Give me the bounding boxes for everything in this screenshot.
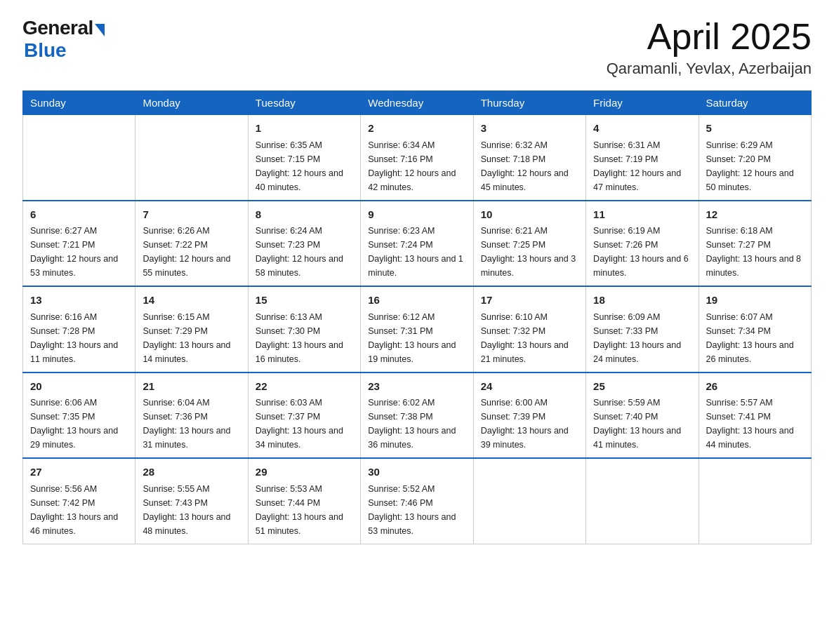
calendar-cell: 12Sunrise: 6:18 AMSunset: 7:27 PMDayligh… xyxy=(699,201,811,287)
day-number: 1 xyxy=(256,121,353,137)
calendar-cell: 28Sunrise: 5:55 AMSunset: 7:43 PMDayligh… xyxy=(135,458,248,544)
calendar-cell: 22Sunrise: 6:03 AMSunset: 7:37 PMDayligh… xyxy=(248,373,360,459)
day-number: 12 xyxy=(706,207,804,223)
day-info: Sunrise: 6:06 AMSunset: 7:35 PMDaylight:… xyxy=(30,396,128,452)
day-number: 27 xyxy=(30,464,128,481)
day-number: 6 xyxy=(30,207,128,223)
week-row-1: 1Sunrise: 6:35 AMSunset: 7:15 PMDaylight… xyxy=(23,115,812,201)
day-info: Sunrise: 6:34 AMSunset: 7:16 PMDaylight:… xyxy=(368,138,465,194)
day-info: Sunrise: 6:00 AMSunset: 7:39 PMDaylight:… xyxy=(481,396,578,452)
day-number: 29 xyxy=(256,464,353,481)
calendar-cell: 9Sunrise: 6:23 AMSunset: 7:24 PMDaylight… xyxy=(361,201,473,287)
day-info: Sunrise: 6:24 AMSunset: 7:23 PMDaylight:… xyxy=(256,224,353,280)
week-row-2: 6Sunrise: 6:27 AMSunset: 7:21 PMDaylight… xyxy=(23,201,812,287)
day-info: Sunrise: 6:10 AMSunset: 7:32 PMDaylight:… xyxy=(481,310,578,366)
day-info: Sunrise: 6:27 AMSunset: 7:21 PMDaylight:… xyxy=(30,224,128,280)
day-info: Sunrise: 6:35 AMSunset: 7:15 PMDaylight:… xyxy=(256,138,353,194)
calendar-cell: 24Sunrise: 6:00 AMSunset: 7:39 PMDayligh… xyxy=(473,373,585,459)
day-number: 24 xyxy=(481,379,578,395)
day-number: 10 xyxy=(481,207,578,223)
page-header: General Blue April 2025 Qaramanli, Yevla… xyxy=(22,17,812,78)
day-number: 13 xyxy=(30,293,128,309)
calendar-cell xyxy=(23,115,135,201)
day-info: Sunrise: 6:32 AMSunset: 7:18 PMDaylight:… xyxy=(481,138,578,194)
day-number: 25 xyxy=(593,379,691,395)
location-title: Qaramanli, Yevlax, Azerbaijan xyxy=(607,60,812,78)
day-number: 21 xyxy=(143,379,240,395)
calendar-cell: 13Sunrise: 6:16 AMSunset: 7:28 PMDayligh… xyxy=(23,286,135,373)
calendar-cell: 21Sunrise: 6:04 AMSunset: 7:36 PMDayligh… xyxy=(135,373,248,459)
day-info: Sunrise: 6:29 AMSunset: 7:20 PMDaylight:… xyxy=(706,138,804,194)
day-info: Sunrise: 6:26 AMSunset: 7:22 PMDaylight:… xyxy=(143,224,240,280)
day-info: Sunrise: 6:23 AMSunset: 7:24 PMDaylight:… xyxy=(368,224,465,280)
day-info: Sunrise: 5:59 AMSunset: 7:40 PMDaylight:… xyxy=(593,396,691,452)
calendar-cell: 7Sunrise: 6:26 AMSunset: 7:22 PMDaylight… xyxy=(135,201,248,287)
logo-arrow-icon xyxy=(95,24,105,36)
day-number: 30 xyxy=(368,464,465,481)
day-info: Sunrise: 5:53 AMSunset: 7:44 PMDaylight:… xyxy=(256,482,353,538)
day-number: 23 xyxy=(368,379,465,395)
day-info: Sunrise: 6:09 AMSunset: 7:33 PMDaylight:… xyxy=(593,310,691,366)
week-row-4: 20Sunrise: 6:06 AMSunset: 7:35 PMDayligh… xyxy=(23,373,812,459)
day-info: Sunrise: 6:21 AMSunset: 7:25 PMDaylight:… xyxy=(481,224,578,280)
day-info: Sunrise: 6:19 AMSunset: 7:26 PMDaylight:… xyxy=(593,224,691,280)
weekday-header-sunday: Sunday xyxy=(23,91,135,115)
day-info: Sunrise: 6:13 AMSunset: 7:30 PMDaylight:… xyxy=(256,310,353,366)
weekday-header-tuesday: Tuesday xyxy=(248,91,360,115)
weekday-header-wednesday: Wednesday xyxy=(361,91,473,115)
day-number: 20 xyxy=(30,379,128,395)
calendar-cell xyxy=(473,458,585,544)
calendar-cell: 20Sunrise: 6:06 AMSunset: 7:35 PMDayligh… xyxy=(23,373,135,459)
calendar-cell: 18Sunrise: 6:09 AMSunset: 7:33 PMDayligh… xyxy=(586,286,699,373)
calendar-cell: 26Sunrise: 5:57 AMSunset: 7:41 PMDayligh… xyxy=(699,373,811,459)
calendar-cell: 4Sunrise: 6:31 AMSunset: 7:19 PMDaylight… xyxy=(586,115,699,201)
calendar-cell: 2Sunrise: 6:34 AMSunset: 7:16 PMDaylight… xyxy=(361,115,473,201)
day-number: 8 xyxy=(256,207,353,223)
day-number: 18 xyxy=(593,293,691,309)
day-number: 3 xyxy=(481,121,578,137)
calendar-cell: 11Sunrise: 6:19 AMSunset: 7:26 PMDayligh… xyxy=(586,201,699,287)
month-title: April 2025 xyxy=(607,17,812,57)
calendar-cell: 16Sunrise: 6:12 AMSunset: 7:31 PMDayligh… xyxy=(361,286,473,373)
day-number: 28 xyxy=(143,464,240,481)
calendar-cell xyxy=(135,115,248,201)
logo-general-text: General xyxy=(22,17,93,39)
day-number: 16 xyxy=(368,293,465,309)
week-row-3: 13Sunrise: 6:16 AMSunset: 7:28 PMDayligh… xyxy=(23,286,812,373)
day-info: Sunrise: 6:15 AMSunset: 7:29 PMDaylight:… xyxy=(143,310,240,366)
day-number: 15 xyxy=(256,293,353,309)
day-number: 2 xyxy=(368,121,465,137)
day-number: 4 xyxy=(593,121,691,137)
day-number: 5 xyxy=(706,121,804,137)
day-number: 22 xyxy=(256,379,353,395)
weekday-header-monday: Monday xyxy=(135,91,248,115)
day-info: Sunrise: 6:12 AMSunset: 7:31 PMDaylight:… xyxy=(368,310,465,366)
day-info: Sunrise: 6:03 AMSunset: 7:37 PMDaylight:… xyxy=(256,396,353,452)
calendar-cell: 1Sunrise: 6:35 AMSunset: 7:15 PMDaylight… xyxy=(248,115,360,201)
calendar-table: SundayMondayTuesdayWednesdayThursdayFrid… xyxy=(22,90,812,544)
weekday-header-friday: Friday xyxy=(586,91,699,115)
calendar-cell xyxy=(699,458,811,544)
day-info: Sunrise: 6:16 AMSunset: 7:28 PMDaylight:… xyxy=(30,310,128,366)
calendar-cell: 30Sunrise: 5:52 AMSunset: 7:46 PMDayligh… xyxy=(361,458,473,544)
day-info: Sunrise: 6:04 AMSunset: 7:36 PMDaylight:… xyxy=(143,396,240,452)
day-info: Sunrise: 5:55 AMSunset: 7:43 PMDaylight:… xyxy=(143,482,240,538)
weekday-header-saturday: Saturday xyxy=(699,91,811,115)
weekday-header-thursday: Thursday xyxy=(473,91,585,115)
day-info: Sunrise: 6:18 AMSunset: 7:27 PMDaylight:… xyxy=(706,224,804,280)
calendar-cell: 6Sunrise: 6:27 AMSunset: 7:21 PMDaylight… xyxy=(23,201,135,287)
day-number: 11 xyxy=(593,207,691,223)
week-row-5: 27Sunrise: 5:56 AMSunset: 7:42 PMDayligh… xyxy=(23,458,812,544)
calendar-cell: 23Sunrise: 6:02 AMSunset: 7:38 PMDayligh… xyxy=(361,373,473,459)
day-number: 19 xyxy=(706,293,804,309)
calendar-cell: 19Sunrise: 6:07 AMSunset: 7:34 PMDayligh… xyxy=(699,286,811,373)
day-info: Sunrise: 6:07 AMSunset: 7:34 PMDaylight:… xyxy=(706,310,804,366)
day-info: Sunrise: 5:57 AMSunset: 7:41 PMDaylight:… xyxy=(706,396,804,452)
day-info: Sunrise: 5:52 AMSunset: 7:46 PMDaylight:… xyxy=(368,482,465,538)
day-number: 14 xyxy=(143,293,240,309)
calendar-cell: 15Sunrise: 6:13 AMSunset: 7:30 PMDayligh… xyxy=(248,286,360,373)
day-number: 7 xyxy=(143,207,240,223)
calendar-cell: 14Sunrise: 6:15 AMSunset: 7:29 PMDayligh… xyxy=(135,286,248,373)
logo-blue-text: Blue xyxy=(24,39,67,62)
calendar-cell: 17Sunrise: 6:10 AMSunset: 7:32 PMDayligh… xyxy=(473,286,585,373)
